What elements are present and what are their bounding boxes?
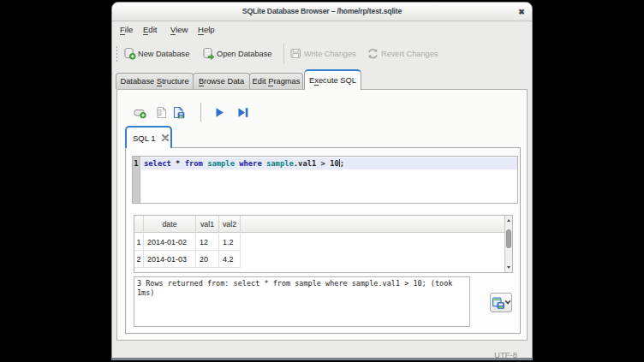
new-database-icon: [123, 47, 136, 60]
table-cell[interactable]: 12: [196, 234, 219, 251]
vertical-scrollbar[interactable]: [504, 216, 512, 272]
toolbar-separator: [283, 44, 284, 63]
row-number-cell[interactable]: 2: [134, 251, 144, 268]
sql-tab-close-icon[interactable]: [161, 134, 170, 142]
scroll-up-icon[interactable]: [505, 217, 512, 224]
table-cell[interactable]: 20: [196, 251, 219, 268]
write-changes-icon: [289, 47, 302, 60]
close-icon[interactable]: ✖: [516, 6, 528, 18]
results-message: 3 Rows returned from: select * from samp…: [134, 276, 470, 327]
tab-browse-data[interactable]: Browse Data: [193, 73, 250, 89]
write-changes-button[interactable]: Write Changes: [289, 39, 356, 68]
sql-1-tab[interactable]: SQL 1: [125, 126, 172, 148]
table-cell[interactable]: 2014-01-02: [144, 234, 196, 251]
export-results-button[interactable]: [490, 293, 512, 312]
table-cell[interactable]: 2014-01-03: [144, 251, 196, 268]
revert-changes-label: Revert Changes: [381, 50, 438, 58]
sql-toolbar-separator: [200, 103, 201, 122]
tab-database-structure[interactable]: Database Structure: [116, 73, 194, 89]
table-row[interactable]: 12014-01-02121.2: [134, 234, 504, 251]
main-toolbar: New Database Open Database Wri: [112, 39, 532, 68]
save-sql-file-icon[interactable]: [172, 106, 185, 119]
open-database-button[interactable]: Open Database: [202, 39, 271, 68]
toolbar-drag-handle[interactable]: [116, 45, 118, 62]
revert-changes-icon: [367, 47, 379, 60]
line-number-gutter: 1: [133, 157, 140, 203]
column-header-corner[interactable]: [134, 216, 144, 233]
menu-file[interactable]: File: [120, 25, 133, 34]
open-database-label: Open Database: [217, 50, 271, 58]
menu-view[interactable]: View: [170, 25, 188, 34]
sql-code-line: select * from sample where sample.val1 >…: [144, 157, 344, 169]
chevron-down-icon: [504, 299, 510, 305]
write-changes-label: Write Changes: [304, 50, 356, 58]
execute-current-line-icon[interactable]: [236, 106, 249, 119]
sql-editor[interactable]: 1 select * from sample where sample.val1…: [132, 156, 518, 204]
tab-execute-sql[interactable]: Execute SQL: [304, 69, 361, 90]
execute-sql-page: SQL 1 1 select * from sample where sampl…: [116, 89, 528, 341]
new-database-button[interactable]: New Database: [123, 39, 189, 68]
results-table-body: 12014-01-02121.222014-01-03204.2: [134, 234, 504, 272]
results-table-header: dateval1val2: [134, 216, 504, 233]
row-number-cell[interactable]: 1: [134, 234, 144, 251]
app-window: SQLite Database Browser – /home/rp/test.…: [111, 2, 533, 360]
open-database-icon: [202, 47, 215, 60]
tab-edit-pragmas[interactable]: Edit Pragmas: [249, 73, 303, 89]
execute-sql-icon[interactable]: [213, 106, 226, 119]
table-cell[interactable]: 1.2: [219, 234, 241, 251]
table-row[interactable]: 22014-01-03204.2: [134, 251, 504, 268]
column-header-val2[interactable]: val2: [219, 216, 241, 233]
export-table-icon: [492, 297, 504, 309]
sql-tab-label: SQL 1: [133, 134, 156, 143]
line-number: 1: [133, 157, 140, 169]
title-bar: SQLite Database Browser – /home/rp/test.…: [112, 3, 532, 21]
results-table[interactable]: dateval1val2 12014-01-02121.222014-01-03…: [134, 215, 513, 273]
column-header-val1[interactable]: val1: [196, 216, 219, 233]
menu-bar: FileEditViewHelp: [112, 21, 532, 39]
new-database-label: New Database: [138, 50, 189, 58]
sql-pane: 1 select * from sample where sample.val1…: [125, 147, 521, 334]
table-cell[interactable]: 4.2: [219, 251, 241, 268]
column-header-date[interactable]: date: [144, 216, 196, 233]
scrollbar-thumb[interactable]: [506, 229, 511, 248]
open-sql-tab-icon[interactable]: [134, 106, 146, 119]
scroll-down-icon[interactable]: [505, 264, 512, 271]
open-sql-file-icon[interactable]: [155, 106, 168, 119]
menu-help[interactable]: Help: [198, 25, 215, 34]
revert-changes-button[interactable]: Revert Changes: [367, 39, 438, 68]
status-encoding: UTF-8: [494, 350, 517, 359]
menu-edit[interactable]: Edit: [143, 25, 157, 34]
window-title: SQLite Database Browser – /home/rp/test.…: [112, 7, 532, 15]
